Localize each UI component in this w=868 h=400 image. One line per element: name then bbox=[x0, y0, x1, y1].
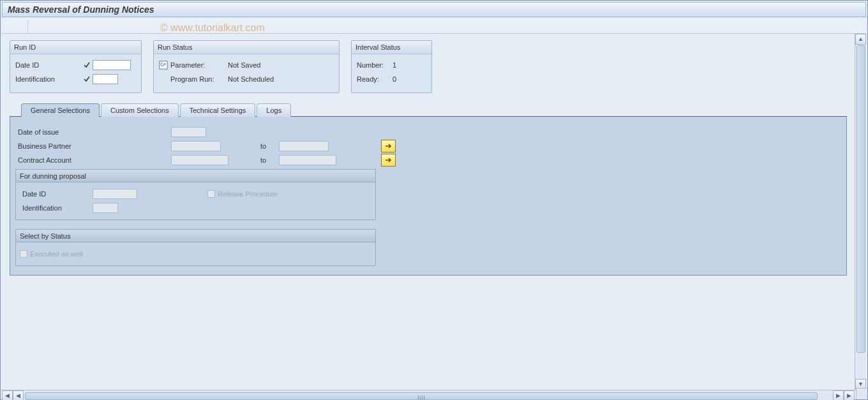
horizontal-scrollbar[interactable]: ◀ ◀ ▶ ▶ bbox=[2, 390, 855, 400]
number-value: 1 bbox=[393, 61, 396, 69]
multiple-selection-button[interactable] bbox=[381, 154, 396, 167]
identification-input[interactable] bbox=[93, 74, 118, 84]
to-label: to bbox=[248, 142, 279, 150]
tab-technical-settings[interactable]: Technical Settings bbox=[180, 103, 256, 117]
title-bar: Mass Reversal of Dunning Notices bbox=[2, 2, 866, 17]
parameter-label: Parameter: bbox=[170, 61, 228, 69]
date-of-issue-label: Date of issue bbox=[15, 128, 171, 136]
scroll-left-fast-button[interactable]: ◀ bbox=[13, 390, 24, 400]
group-run-status-header: Run Status bbox=[154, 41, 339, 54]
required-check-icon bbox=[82, 75, 91, 84]
select-by-status-header: Select by Status bbox=[15, 229, 376, 242]
page-title: Mass Reversal of Dunning Notices bbox=[8, 4, 154, 15]
ready-value: 0 bbox=[393, 75, 396, 83]
refresh-icon[interactable] bbox=[159, 61, 170, 70]
scroll-right-button[interactable]: ▶ bbox=[844, 390, 855, 400]
tab-custom-selections[interactable]: Custom Selections bbox=[101, 103, 179, 117]
executed-as-well-checkbox[interactable] bbox=[20, 250, 27, 258]
contract-account-from-input[interactable] bbox=[171, 155, 228, 165]
tabstrip: General Selections Custom Selections Tec… bbox=[10, 103, 847, 117]
tab-general-selections[interactable]: General Selections bbox=[21, 103, 100, 117]
tab-logs[interactable]: Logs bbox=[257, 103, 291, 117]
business-partner-label: Business Partner bbox=[15, 142, 171, 150]
date-of-issue-input[interactable] bbox=[171, 127, 206, 137]
group-run-id-header: Run ID bbox=[10, 41, 141, 54]
application-toolbar bbox=[2, 19, 866, 34]
select-by-status-block: Select by Status Executed as well bbox=[15, 229, 376, 266]
program-run-value: Not Scheduled bbox=[228, 75, 274, 83]
svg-rect-0 bbox=[160, 61, 167, 69]
multiple-selection-button[interactable] bbox=[381, 140, 396, 152]
horizontal-scroll-track[interactable] bbox=[24, 391, 833, 400]
dunning-date-id-label: Date ID bbox=[20, 190, 93, 198]
identification-label: Identification bbox=[15, 75, 82, 83]
dunning-proposal-block: For dunning proposal Date ID Release Pro… bbox=[15, 169, 376, 220]
dunning-identification-input[interactable] bbox=[93, 203, 118, 213]
vertical-scrollbar[interactable]: ▲ ▼ bbox=[855, 34, 866, 390]
toolbar-separator bbox=[27, 20, 28, 32]
dunning-identification-label: Identification bbox=[20, 204, 93, 212]
dunning-proposal-header: For dunning proposal bbox=[15, 169, 376, 182]
ready-label: Ready: bbox=[357, 75, 393, 83]
release-procedure-checkbox[interactable] bbox=[207, 190, 215, 198]
content-area: Run ID Date ID Identification bbox=[2, 34, 866, 390]
date-id-input[interactable] bbox=[93, 60, 131, 70]
vertical-scroll-thumb[interactable] bbox=[857, 45, 865, 353]
group-run-status: Run Status Parameter: Not Saved Program … bbox=[153, 40, 340, 93]
list-icon[interactable] bbox=[20, 20, 22, 33]
to-label-2: to bbox=[248, 156, 279, 164]
edit-icon[interactable] bbox=[4, 20, 7, 33]
release-procedure-label: Release Procedure bbox=[218, 190, 278, 198]
business-partner-to-input[interactable] bbox=[279, 141, 329, 151]
horizontal-scroll-thumb[interactable] bbox=[25, 392, 818, 400]
scroll-corner bbox=[856, 388, 867, 399]
date-id-label: Date ID bbox=[15, 61, 82, 69]
business-partner-from-input[interactable] bbox=[171, 141, 221, 151]
group-interval-status: Interval Status Number: 1 Ready: 0 bbox=[351, 40, 432, 93]
number-label: Number: bbox=[357, 61, 393, 69]
scroll-right-fast-button[interactable]: ▶ bbox=[833, 390, 844, 400]
group-run-id: Run ID Date ID Identification bbox=[10, 40, 142, 93]
scroll-left-button[interactable]: ◀ bbox=[2, 390, 13, 400]
group-interval-status-header: Interval Status bbox=[352, 41, 431, 54]
dunning-date-id-input[interactable] bbox=[93, 189, 137, 199]
scroll-up-button[interactable]: ▲ bbox=[855, 34, 866, 45]
required-check-icon bbox=[82, 61, 91, 70]
variant-icon[interactable] bbox=[12, 20, 15, 33]
executed-as-well-label: Executed as well bbox=[30, 250, 83, 258]
contract-account-to-input[interactable] bbox=[279, 155, 336, 165]
tab-page: Date of issue Business Partner to bbox=[10, 117, 847, 276]
program-run-label: Program Run: bbox=[170, 75, 228, 83]
parameter-value: Not Saved bbox=[228, 61, 260, 69]
contract-account-label: Contract Account bbox=[15, 156, 171, 164]
